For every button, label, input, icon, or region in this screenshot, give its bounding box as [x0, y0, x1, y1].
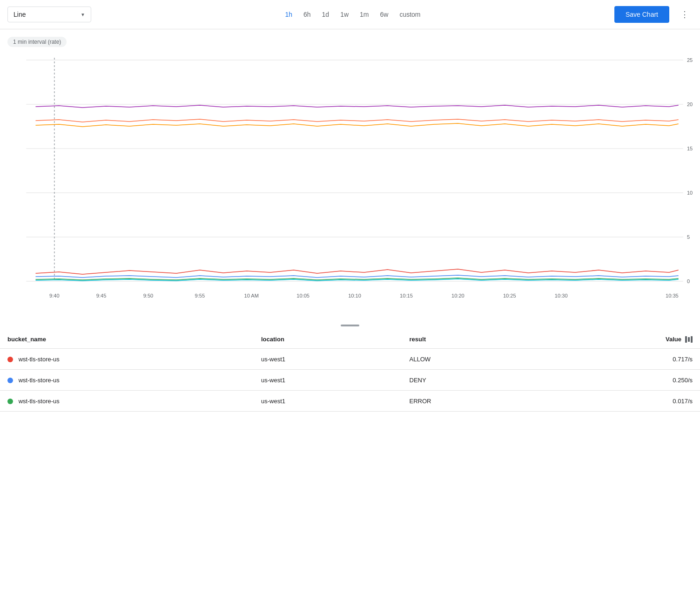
bucket-name-value: wst-tls-store-us: [19, 398, 60, 405]
svg-text:10:30: 10:30: [555, 293, 568, 298]
time-btn-1m[interactable]: 1m: [355, 8, 373, 21]
svg-text:0: 0: [687, 278, 690, 284]
col-header-value: Value: [541, 330, 700, 349]
col-header-location: location: [254, 330, 402, 349]
col-header-result: result: [402, 330, 541, 349]
svg-text:10:25: 10:25: [503, 293, 516, 298]
svg-text:10:20: 10:20: [451, 293, 464, 298]
bucket-name-cell: wst-tls-store-us: [0, 349, 254, 370]
svg-text:5: 5: [687, 234, 690, 240]
svg-text:9:40: 9:40: [49, 293, 60, 298]
result-cell: ERROR: [402, 391, 541, 412]
toolbar: Line ▼ 1h6h1d1w1m6wcustom Save Chart ⋮: [0, 0, 700, 29]
table-row: wst-tls-store-us us-west1 ALLOW 0.717/s: [0, 349, 700, 370]
value-cell: 0.717/s: [541, 349, 700, 370]
legend-table-body: wst-tls-store-us us-west1 ALLOW 0.717/s …: [0, 349, 700, 412]
result-cell: ALLOW: [402, 349, 541, 370]
series-dot: [7, 357, 13, 362]
bucket-name-cell: wst-tls-store-us: [0, 370, 254, 391]
scroll-handle[interactable]: [0, 321, 700, 330]
dropdown-arrow-icon: ▼: [81, 12, 85, 17]
svg-text:10:35: 10:35: [666, 293, 679, 298]
chart-type-dropdown[interactable]: Line ▼: [7, 7, 91, 22]
svg-text:10:15: 10:15: [400, 293, 413, 298]
location-cell: us-west1: [254, 391, 402, 412]
svg-text:20: 20: [687, 102, 693, 107]
value-cell: 0.017/s: [541, 391, 700, 412]
series-dot: [7, 399, 13, 404]
svg-text:15: 15: [687, 146, 693, 151]
value-cell: 0.250/s: [541, 370, 700, 391]
time-btn-custom[interactable]: custom: [395, 8, 425, 21]
chart-svg: 25 20 15 10 5 0 9:40 9:45 9:50 9:55 10 A…: [7, 51, 693, 321]
col-bar-1: [685, 336, 687, 343]
time-btn-6h[interactable]: 6h: [299, 8, 316, 21]
table-row: wst-tls-store-us us-west1 ERROR 0.017/s: [0, 391, 700, 412]
col-bar-2: [688, 337, 690, 342]
col-header-bucket-name: bucket_name: [0, 330, 254, 349]
time-controls: 1h6h1d1w1m6wcustom: [99, 8, 607, 21]
table-row: wst-tls-store-us us-west1 DENY 0.250/s: [0, 370, 700, 391]
legend-table-header: bucket_name location result Value: [0, 330, 700, 349]
more-options-button[interactable]: ⋮: [677, 6, 693, 23]
svg-text:10 AM: 10 AM: [244, 293, 259, 298]
chart-type-label: Line: [13, 11, 26, 18]
svg-text:10:10: 10:10: [348, 293, 361, 298]
value-column-label: Value: [666, 336, 681, 343]
col-bar-3: [691, 336, 693, 343]
interval-badge: 1 min interval (rate): [7, 37, 67, 47]
chart-container: 25 20 15 10 5 0 9:40 9:45 9:50 9:55 10 A…: [7, 51, 693, 321]
bucket-name-value: wst-tls-store-us: [19, 377, 60, 384]
bucket-name-cell: wst-tls-store-us: [0, 391, 254, 412]
svg-text:25: 25: [687, 57, 693, 63]
svg-text:10:05: 10:05: [296, 293, 310, 298]
svg-text:9:55: 9:55: [195, 293, 205, 298]
svg-text:10: 10: [687, 190, 693, 196]
save-chart-button[interactable]: Save Chart: [614, 6, 669, 23]
scroll-bar: [341, 325, 359, 326]
series-dot: [7, 378, 13, 383]
time-btn-1w[interactable]: 1w: [336, 8, 353, 21]
columns-icon[interactable]: [685, 336, 693, 343]
legend-table: bucket_name location result Value wst-tl…: [0, 330, 700, 412]
time-btn-6w[interactable]: 6w: [376, 8, 393, 21]
location-cell: us-west1: [254, 370, 402, 391]
svg-text:9:50: 9:50: [143, 293, 154, 298]
time-btn-1h[interactable]: 1h: [280, 8, 297, 21]
time-btn-1d[interactable]: 1d: [317, 8, 334, 21]
bucket-name-value: wst-tls-store-us: [19, 356, 60, 363]
result-cell: DENY: [402, 370, 541, 391]
svg-text:9:45: 9:45: [96, 293, 107, 298]
chart-area: 1 min interval (rate) 25 20 15 10 5 0 9:…: [0, 29, 700, 321]
location-cell: us-west1: [254, 349, 402, 370]
